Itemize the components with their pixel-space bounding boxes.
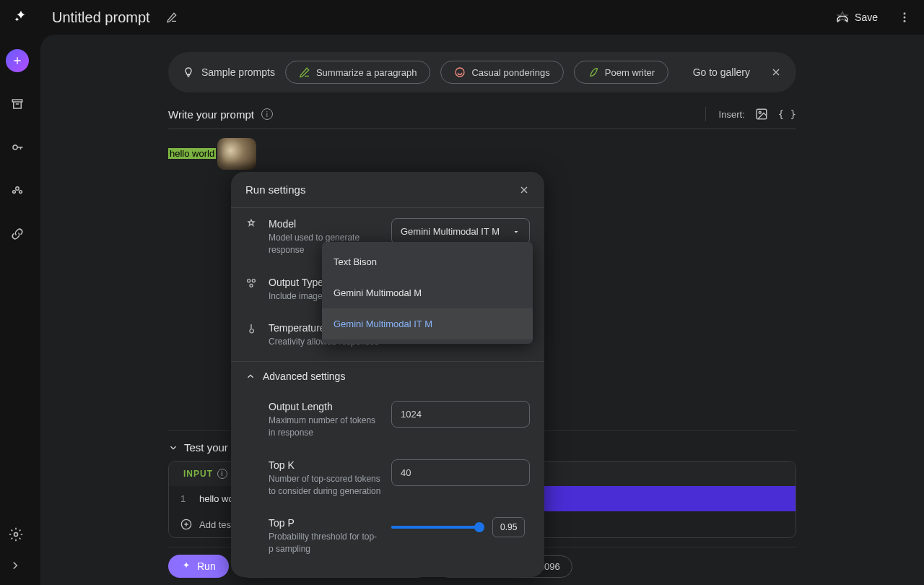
topp-sub: Probability threshold for top-p sampling	[269, 531, 381, 555]
svg-point-1	[904, 17, 906, 19]
dropdown-item[interactable]: Text Bison	[322, 246, 533, 277]
row-input-value: hello wo	[199, 493, 234, 504]
expand-rail-icon[interactable]	[9, 559, 22, 572]
row-index: 1	[180, 493, 189, 504]
prompt-image-thumbnail[interactable]	[217, 138, 256, 170]
svg-point-0	[904, 12, 906, 14]
run-settings-modal: Run settings Model Model used to generat…	[231, 172, 544, 577]
topp-title: Top P	[269, 517, 381, 529]
prompt-heading: Write your prompt	[168, 108, 254, 121]
topk-input[interactable]: 40	[391, 459, 530, 486]
temperature-icon	[245, 323, 258, 334]
svg-point-4	[16, 187, 19, 191]
edit-title-icon[interactable]	[166, 12, 178, 23]
svg-point-7	[14, 533, 18, 537]
modal-title: Run settings	[245, 183, 305, 196]
output-length-title: Output Length	[269, 401, 381, 412]
svg-point-13	[252, 279, 255, 282]
more-menu-icon[interactable]	[898, 11, 911, 24]
chip-label: Poem writer	[605, 67, 655, 78]
chevron-down-icon	[512, 228, 520, 236]
topp-slider[interactable]	[391, 526, 484, 529]
save-label: Save	[855, 12, 878, 23]
svg-point-6	[19, 191, 22, 194]
sample-chip-summarize[interactable]: Summarize a paragraph	[285, 61, 430, 84]
output-length-sub: Maximum number of tokens in response	[269, 415, 381, 439]
gallery-link[interactable]: Go to gallery	[693, 66, 750, 78]
output-length-input[interactable]: 1024	[391, 401, 530, 428]
model-select-value: Gemini Multimodal IT M	[401, 226, 500, 237]
save-button[interactable]: Save	[836, 11, 878, 24]
topp-value[interactable]: 0.95	[492, 517, 525, 537]
left-rail	[0, 35, 35, 585]
advanced-settings-toggle[interactable]: Advanced settings	[231, 362, 544, 391]
people-icon[interactable]	[6, 179, 29, 202]
svg-point-3	[13, 145, 17, 150]
close-modal-icon[interactable]	[518, 184, 530, 196]
topk-title: Top K	[269, 459, 381, 471]
svg-point-2	[904, 20, 906, 22]
svg-point-5	[13, 191, 16, 194]
sample-prompts-label: Sample prompts	[183, 66, 275, 78]
new-prompt-button[interactable]	[6, 49, 29, 72]
link-icon[interactable]	[6, 222, 29, 246]
sample-chip-poem[interactable]: Poem writer	[574, 61, 668, 84]
chip-label: Casual ponderings	[471, 67, 549, 78]
settings-icon[interactable]	[9, 527, 23, 542]
top-bar: Untitled prompt Save	[0, 0, 924, 35]
archive-icon[interactable]	[6, 92, 29, 116]
chip-label: Summarize a paragraph	[316, 67, 417, 78]
insert-image-icon[interactable]	[755, 108, 768, 121]
model-select[interactable]: Gemini Multimodal IT M	[391, 218, 530, 245]
dropdown-item-selected[interactable]: Gemini Multimodal IT M	[322, 308, 533, 339]
output-type-icon	[245, 277, 258, 289]
info-icon[interactable]: i	[261, 108, 273, 120]
model-icon	[245, 219, 258, 230]
page-title: Untitled prompt	[52, 9, 150, 26]
svg-point-12	[248, 279, 250, 282]
insert-label: Insert:	[719, 109, 745, 120]
close-samples-icon[interactable]	[770, 66, 782, 78]
key-icon[interactable]	[6, 136, 29, 159]
sample-prompts-bar: Sample prompts Summarize a paragraph Cas…	[168, 52, 796, 92]
topk-sub: Number of top-scored tokens to consider …	[269, 473, 381, 498]
insert-variable-icon[interactable]: { }	[778, 108, 796, 120]
prompt-variable-text[interactable]: hello world	[168, 148, 216, 159]
svg-point-10	[759, 111, 761, 113]
model-dropdown: Text Bison Gemini Multimodal M Gemini Mu…	[322, 242, 533, 344]
run-button[interactable]: Run	[168, 555, 229, 578]
svg-point-14	[250, 284, 253, 287]
dropdown-item[interactable]: Gemini Multimodal M	[322, 277, 533, 308]
model-setting-title: Model	[269, 218, 381, 230]
svg-point-8	[456, 68, 464, 77]
sample-chip-casual[interactable]: Casual ponderings	[440, 61, 563, 84]
app-logo	[13, 9, 29, 25]
